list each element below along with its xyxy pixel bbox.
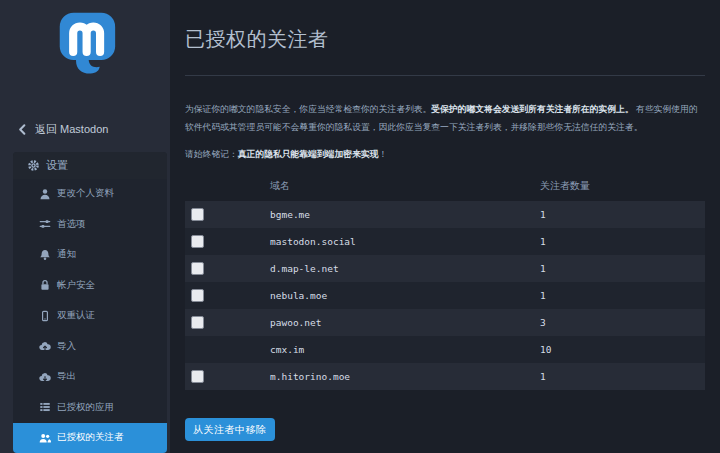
table-row: d.map-le.net 1 <box>185 255 705 282</box>
settings-nav: 设置 更改个人资料 首选项 通知 <box>13 152 167 453</box>
count-column-header: 关注者数量 <box>540 175 705 201</box>
sidebar-item-settings[interactable]: 设置 <box>13 152 167 178</box>
count-cell: 10 <box>540 336 705 363</box>
bell-icon <box>39 249 51 261</box>
sidebar-item[interactable]: 已授权的关注者 <box>13 423 167 453</box>
domain-cell: m.hitorino.moe <box>270 363 540 390</box>
cloud-download-icon <box>39 371 51 383</box>
count-cell: 1 <box>540 255 705 282</box>
mobile-icon <box>39 310 51 322</box>
table-row: pawoo.net 3 <box>185 309 705 336</box>
domain-cell: pawoo.net <box>270 309 540 336</box>
domain-cell: cmx.im <box>270 336 540 363</box>
domain-cell: nebula.moe <box>270 282 540 309</box>
sidebar-item[interactable]: 双重认证 <box>13 301 167 332</box>
count-cell: 1 <box>540 228 705 255</box>
sidebar-item-label: 更改个人资料 <box>57 187 114 200</box>
domain-cell: bgme.me <box>270 201 540 228</box>
user-icon <box>39 188 51 200</box>
domain-cell: mastodon.social <box>270 228 540 255</box>
intro-bold-text: 受保护的嘟文将会发送到所有关注者所在的实例上。 <box>431 104 633 114</box>
privacy-note-paragraph: 请始终铭记：真正的隐私只能靠端到端加密来实现！ <box>185 147 705 161</box>
chevron-left-icon <box>16 123 29 136</box>
page-title: 已授权的关注者 <box>185 26 705 53</box>
sidebar-item-label: 通知 <box>57 248 76 261</box>
count-cell: 3 <box>540 309 705 336</box>
domain-column-header: 域名 <box>270 175 540 201</box>
table-row: bgme.me 1 <box>185 201 705 228</box>
settings-label: 设置 <box>46 158 68 173</box>
count-cell: 1 <box>540 363 705 390</box>
content-area: 已授权的关注者 为保证你的嘟文的隐私安全，你应当经常检查你的关注者列表。受保护的… <box>170 0 720 453</box>
back-link-label: 返回 Mastodon <box>35 122 108 137</box>
sidebar-item-label: 导出 <box>57 370 76 383</box>
row-checkbox[interactable] <box>191 262 204 275</box>
settings-submenu: 更改个人资料 首选项 通知 帐户安全 <box>13 179 167 453</box>
row-checkbox[interactable] <box>191 370 204 383</box>
title-divider <box>185 75 705 76</box>
table-header-row: 域名 关注者数量 <box>185 175 705 201</box>
sidebar-item[interactable]: 已授权的应用 <box>13 392 167 423</box>
sidebar-item[interactable]: 导出 <box>13 362 167 393</box>
sidebar-item[interactable]: 通知 <box>13 240 167 271</box>
users-icon <box>39 432 51 444</box>
list-icon <box>39 401 51 413</box>
row-checkbox[interactable] <box>191 316 204 329</box>
row-checkbox[interactable] <box>191 208 204 221</box>
back-to-mastodon-link[interactable]: 返回 Mastodon <box>0 113 170 146</box>
sidebar-item-label: 已授权的关注者 <box>57 431 124 444</box>
sidebar-item[interactable]: 更改个人资料 <box>13 179 167 210</box>
followers-table: 域名 关注者数量 bgme.me 1 mastodon.social 1 <box>185 175 705 390</box>
cloud-upload-icon <box>39 340 51 352</box>
table-row: cmx.im 10 <box>185 336 705 363</box>
remove-from-followers-button[interactable]: 从关注者中移除 <box>185 418 275 441</box>
table-row: nebula.moe 1 <box>185 282 705 309</box>
settings-sidebar: 返回 Mastodon 设置 更改个人资料 首选项 通知 <box>0 0 170 453</box>
sidebar-item-label: 已授权的应用 <box>57 401 114 414</box>
privacy-intro-paragraph: 为保证你的嘟文的隐私安全，你应当经常检查你的关注者列表。受保护的嘟文将会发送到所… <box>185 100 705 136</box>
table-row: mastodon.social 1 <box>185 228 705 255</box>
sliders-icon <box>39 218 51 230</box>
gear-icon <box>27 159 40 172</box>
checkbox-column-header <box>185 175 270 201</box>
row-checkbox[interactable] <box>191 289 204 302</box>
sidebar-item-label: 首选项 <box>57 218 86 231</box>
sidebar-item[interactable]: 导入 <box>13 331 167 362</box>
sidebar-item[interactable]: 首选项 <box>13 209 167 240</box>
lock-icon <box>39 279 51 291</box>
row-checkbox[interactable] <box>191 235 204 248</box>
logo-container <box>0 0 170 91</box>
sidebar-item[interactable]: 帐户安全 <box>13 270 167 301</box>
sidebar-item-label: 导入 <box>57 340 76 353</box>
table-row: m.hitorino.moe 1 <box>185 363 705 390</box>
domain-cell: d.map-le.net <box>270 255 540 282</box>
sidebar-item-label: 双重认证 <box>57 309 95 322</box>
sidebar-item-label: 帐户安全 <box>57 279 95 292</box>
count-cell: 1 <box>540 282 705 309</box>
count-cell: 1 <box>540 201 705 228</box>
note-bold-text: 真正的隐私只能靠端到端加密来实现 <box>238 149 379 159</box>
mastodon-logo <box>54 12 116 91</box>
